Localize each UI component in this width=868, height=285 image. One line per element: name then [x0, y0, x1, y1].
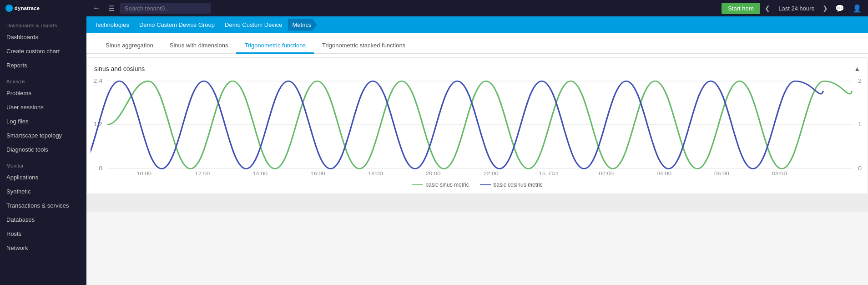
svg-text:10:00: 10:00 — [136, 171, 151, 176]
time-next-button[interactable]: ❯ — [821, 4, 830, 13]
dynatrace-logo-icon: dynatrace — [5, 4, 46, 13]
section-label-monitor: Monitor — [0, 157, 86, 170]
legend-cosinus: basic cosinus metric — [480, 182, 543, 188]
legend-sinus-label: basic sinus metric — [425, 182, 469, 188]
svg-text:04:00: 04:00 — [656, 171, 671, 176]
section-label-dashboards: Dashboards & reports — [0, 16, 86, 30]
svg-text:20:00: 20:00 — [426, 171, 441, 176]
chart-title: sinus and cosiuns — [94, 65, 145, 72]
topbar: ← ☰ Start here ❮ Last 24 hours ❯ 💬 👤 — [86, 0, 868, 16]
svg-text:2.4: 2.4 — [93, 78, 102, 84]
tab-sinus-aggregation[interactable]: Sinus aggregation — [97, 38, 161, 54]
chart-svg: 2.4 1.2 0 2 1 0 10:00 12:00 — [91, 76, 864, 176]
sidebar-item-synthetic[interactable]: Synthetic — [0, 184, 86, 198]
sidebar-item-applications[interactable]: Applications — [0, 170, 86, 184]
svg-text:14:00: 14:00 — [252, 171, 267, 176]
svg-text:12:00: 12:00 — [195, 171, 210, 176]
logo: dynatrace — [0, 0, 86, 16]
time-range-display: Last 24 hours — [775, 5, 818, 12]
legend-cosinus-label: basic cosinus metric — [494, 182, 543, 188]
legend-sinus: basic sinus metric — [412, 182, 469, 188]
chart-legend: basic sinus metric basic cosinus metric — [91, 178, 864, 190]
sidebar-item-reports[interactable]: Reports — [0, 58, 86, 72]
svg-text:16:00: 16:00 — [310, 171, 325, 176]
svg-text:15. Oct: 15. Oct — [539, 171, 559, 176]
sidebar-item-databases[interactable]: Databases — [0, 213, 86, 227]
legend-sinus-line — [412, 184, 423, 185]
sidebar-item-smartscape-topology[interactable]: Smartscape topology — [0, 128, 86, 142]
sidebar-item-diagnostic-tools[interactable]: Diagnostic tools — [0, 142, 86, 157]
svg-text:2: 2 — [858, 78, 862, 84]
start-here-button[interactable]: Start here — [722, 3, 760, 14]
tab-trigonometric-stacked[interactable]: Trigonometric stacked functions — [314, 38, 414, 54]
svg-text:1: 1 — [858, 121, 862, 127]
breadcrumb-demo-custom-device-group[interactable]: Demo Custom Device Group — [135, 19, 220, 31]
breadcrumb-bar: Technologies Demo Custom Device Group De… — [86, 16, 868, 33]
bottom-gray-area — [86, 194, 868, 212]
sidebar: dynatrace Dashboards & reports Dashboard… — [0, 0, 86, 285]
breadcrumb-demo-custom-device[interactable]: Demo Custom Device — [220, 19, 288, 31]
svg-text:22:00: 22:00 — [484, 171, 499, 176]
tabs-bar: Sinus aggregation Sinus with dimensions … — [86, 33, 868, 54]
sidebar-item-hosts[interactable]: Hosts — [0, 227, 86, 241]
sidebar-item-user-sessions[interactable]: User sessions — [0, 100, 86, 114]
legend-cosinus-line — [480, 184, 491, 185]
svg-text:dynatrace: dynatrace — [15, 5, 40, 11]
chart-area: 2.4 1.2 0 2 1 0 10:00 12:00 — [91, 76, 864, 176]
sidebar-item-network[interactable]: Network — [0, 241, 86, 255]
menu-icon[interactable]: ☰ — [106, 2, 117, 15]
sidebar-item-log-files[interactable]: Log files — [0, 114, 86, 128]
sidebar-item-transactions-services[interactable]: Transactions & services — [0, 198, 86, 213]
tab-trigonometric-functions[interactable]: Trigonometric functions — [236, 38, 314, 54]
chart-collapse-button[interactable]: ▲ — [854, 65, 860, 72]
search-input[interactable] — [120, 3, 211, 14]
svg-text:18:00: 18:00 — [368, 171, 383, 176]
back-button[interactable]: ← — [90, 2, 103, 14]
svg-text:08:00: 08:00 — [772, 171, 787, 176]
sidebar-item-create-custom-chart[interactable]: Create custom chart — [0, 44, 86, 58]
section-label-analyze: Analyze — [0, 72, 86, 86]
chart-section: sinus and cosiuns ▲ 2.4 1.2 0 2 1 0 — [86, 57, 868, 194]
sidebar-item-problems[interactable]: Problems — [0, 86, 86, 100]
sidebar-item-dashboards[interactable]: Dashboards — [0, 30, 86, 44]
chat-icon[interactable]: 💬 — [833, 2, 847, 15]
content-area: Sinus aggregation Sinus with dimensions … — [86, 33, 868, 285]
svg-text:02:00: 02:00 — [599, 171, 614, 176]
svg-point-0 — [5, 5, 13, 12]
tab-sinus-dimensions[interactable]: Sinus with dimensions — [161, 38, 237, 54]
svg-text:06:00: 06:00 — [714, 171, 729, 176]
svg-text:0: 0 — [858, 165, 862, 172]
breadcrumb-metrics[interactable]: Metrics — [288, 19, 317, 31]
user-icon[interactable]: 👤 — [850, 2, 864, 15]
content-inner: Sinus aggregation Sinus with dimensions … — [86, 33, 868, 194]
svg-text:0: 0 — [99, 165, 102, 172]
time-prev-button[interactable]: ❮ — [763, 4, 772, 13]
main-area: ← ☰ Start here ❮ Last 24 hours ❯ 💬 👤 Tec… — [86, 0, 868, 285]
chart-header: sinus and cosiuns ▲ — [91, 61, 864, 72]
breadcrumb-technologies[interactable]: Technologies — [90, 19, 135, 31]
